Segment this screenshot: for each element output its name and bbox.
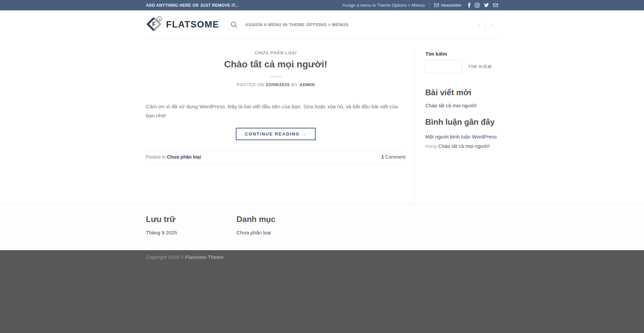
post-meta: POSTED ON 23/09/2025 BY ADMIN <box>146 82 406 87</box>
sidebar: Tìm kiếm TÌM KIẾM Bài viết mới Chào tất … <box>425 50 498 203</box>
main-column: CHƯA PHÂN LOẠI Chào tất cả mọi người! PO… <box>146 50 415 203</box>
top-bar: ADD ANYTHING HERE OR JUST REMOVE IT... A… <box>0 0 644 10</box>
post-excerpt: Cảm ơn vì đã sử dụng WordPress. Đây là b… <box>146 102 406 120</box>
envelope-icon <box>434 3 439 7</box>
categories-link[interactable]: Chưa phân loại <box>236 230 271 235</box>
footer-widgets: Lưu trữ Tháng 9 2025 Danh mục Chưa phân … <box>0 203 644 250</box>
recent-comment-item: Một người bình luận WordPress trong Chào… <box>425 132 498 151</box>
logo-text: FLATSOME <box>166 19 219 30</box>
svg-text:F: F <box>152 21 156 27</box>
post-article: CHƯA PHÂN LOẠI Chào tất cả mọi người! PO… <box>146 50 406 163</box>
archives-title: Lưu trữ <box>146 215 236 224</box>
search-widget-title: Tìm kiếm <box>425 51 498 57</box>
recent-comments-title: Bình luận gần đây <box>425 117 498 127</box>
search-icon[interactable] <box>230 21 237 28</box>
recent-comments-widget: Bình luận gần đây Một người bình luận Wo… <box>425 117 498 151</box>
content-area: CHƯA PHÂN LOẠI Chào tất cả mọi người! PO… <box>146 50 498 203</box>
recent-posts-title: Bài viết mới <box>425 88 498 97</box>
comments-count: 1 <box>381 154 384 160</box>
posted-in-category-link[interactable]: Chưa phân loại <box>167 154 201 160</box>
archives-widget: Lưu trữ Tháng 9 2025 <box>146 215 236 236</box>
post-footer: Posted inChưa phân loại 1 Comment <box>146 151 406 163</box>
search-submit-button[interactable]: TÌM KIẾM <box>462 61 498 72</box>
flatsome-logo-icon: F 3 <box>146 16 162 34</box>
copyright: Copyright 2025 © Flatsome Theme <box>146 255 498 260</box>
comments-label: Comment <box>385 154 406 160</box>
categories-title: Danh mục <box>236 215 327 224</box>
posted-in-label: Posted in <box>146 154 165 160</box>
comment-post-link[interactable]: Chào tất cả mọi người! <box>438 143 489 149</box>
comment-connector: trong <box>425 143 437 149</box>
categories-widget: Danh mục Chưa phân loại <box>236 215 327 236</box>
by-label: BY <box>291 82 298 87</box>
instagram-icon[interactable] <box>475 3 480 8</box>
cart-link[interactable]: - <box>486 22 498 27</box>
newsletter-link[interactable]: Newsletter <box>434 3 462 8</box>
site-logo[interactable]: F 3 FLATSOME <box>146 16 219 34</box>
twitter-icon[interactable] <box>484 3 489 7</box>
account-link[interactable]: - <box>473 22 485 27</box>
copyright-brand: Flatsome Theme <box>185 255 223 260</box>
post-author-link[interactable]: ADMIN <box>300 82 315 87</box>
post-title[interactable]: Chào tất cả mọi người! <box>146 58 406 70</box>
posted-on-label: POSTED ON <box>237 82 264 87</box>
assign-menu-link[interactable]: Assign a menu in Theme Options > Menus <box>342 3 425 8</box>
title-divider <box>270 76 282 77</box>
post-category[interactable]: CHƯA PHÂN LOẠI <box>146 50 406 55</box>
recent-post-link[interactable]: Chào tất cả mọi người! <box>425 103 477 108</box>
comments-link[interactable]: 1 Comment <box>381 154 406 160</box>
absolute-footer: Copyright 2025 © Flatsome Theme <box>0 250 644 333</box>
facebook-icon[interactable] <box>468 3 471 8</box>
topbar-divider <box>429 3 430 8</box>
continue-reading-button[interactable]: CONTINUE READING → <box>236 128 316 140</box>
topbar-message: ADD ANYTHING HERE OR JUST REMOVE IT... <box>146 3 239 8</box>
site-header: F 3 FLATSOME ASSIGN A MENU IN THEME OPTI… <box>0 10 644 40</box>
recent-posts-widget: Bài viết mới Chào tất cả mọi người! <box>425 88 498 109</box>
logo-badge: 3 <box>158 17 160 20</box>
email-icon[interactable] <box>493 3 498 7</box>
post-date-link[interactable]: 23/09/2025 <box>266 82 290 87</box>
comment-author-link[interactable]: Một người bình luận WordPress <box>425 134 497 140</box>
main-menu-placeholder[interactable]: ASSIGN A MENU IN THEME OPTIONS > MENUS <box>245 22 348 27</box>
posted-in: Posted inChưa phân loại <box>146 154 201 160</box>
archives-link[interactable]: Tháng 9 2025 <box>146 230 177 235</box>
search-widget: Tìm kiếm TÌM KIẾM <box>425 51 498 73</box>
copyright-text: Copyright 2025 © <box>146 255 185 260</box>
search-input[interactable] <box>425 60 462 73</box>
newsletter-label: Newsletter <box>441 3 462 8</box>
